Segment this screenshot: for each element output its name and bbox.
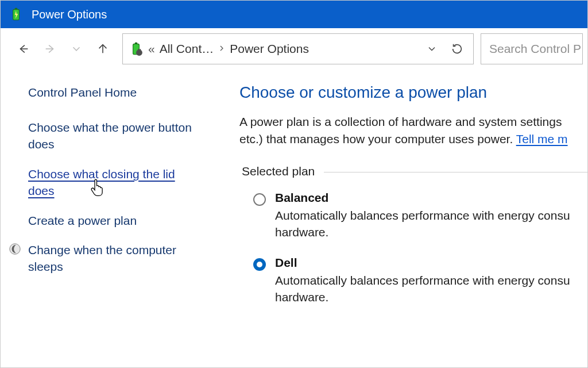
chevron-left-double-icon[interactable]: «: [148, 42, 155, 56]
section-label: Selected plan: [242, 164, 315, 178]
up-button[interactable]: [90, 36, 115, 62]
window-title: Power Options: [32, 8, 107, 21]
forward-button[interactable]: [37, 36, 63, 62]
content-area: Choose or customize a power plan A power…: [219, 70, 587, 367]
cursor-hand-icon: [90, 178, 105, 195]
sidebar-item-create-plan[interactable]: Create a power plan: [28, 212, 203, 229]
description-text: A power plan is a collection of hardware…: [239, 115, 562, 145]
plan-name: Dell: [275, 256, 587, 270]
moon-icon: [9, 243, 21, 255]
plan-option-balanced[interactable]: Balanced Automatically balances performa…: [239, 191, 587, 241]
sidebar: Control Panel Home Choose what the power…: [1, 70, 219, 367]
sidebar-link-label: Choose what the power button does: [28, 121, 192, 151]
svg-rect-3: [135, 43, 137, 44]
radio-checked-icon[interactable]: [253, 258, 266, 271]
titlebar: Power Options: [1, 1, 587, 28]
sidebar-item-closing-lid[interactable]: Choose what closing the lid does: [28, 166, 203, 200]
sidebar-item-power-button[interactable]: Choose what the power button does: [28, 119, 203, 153]
refresh-button[interactable]: [447, 43, 467, 55]
main-area: Control Panel Home Choose what the power…: [1, 70, 587, 367]
recent-dropdown-button[interactable]: [64, 36, 89, 62]
radio-unchecked-icon[interactable]: [253, 193, 266, 206]
section-divider: [324, 172, 587, 172]
battery-icon: [9, 7, 24, 22]
tell-me-more-link[interactable]: Tell me m: [516, 132, 568, 145]
search-placeholder: Search Control P: [489, 42, 581, 56]
nav-address-row: « All Cont… Power Options Search Control…: [1, 28, 587, 70]
sidebar-link-label: Create a power plan: [28, 214, 137, 227]
svg-rect-5: [138, 49, 139, 51]
back-button[interactable]: [11, 36, 36, 62]
sidebar-link-label: Change when the computer sleeps: [28, 243, 176, 273]
svg-rect-1: [15, 8, 17, 10]
plan-option-dell[interactable]: Dell Automatically balances performance …: [239, 256, 587, 306]
address-dropdown-button[interactable]: [421, 43, 442, 55]
breadcrumb-segment-all-control[interactable]: All Cont…: [160, 42, 214, 56]
address-bar[interactable]: « All Cont… Power Options: [122, 33, 474, 64]
selected-plan-section: Selected plan: [239, 164, 587, 178]
plan-description: Automatically balances performance with …: [275, 272, 587, 306]
breadcrumb-segment-power-options[interactable]: Power Options: [230, 42, 309, 56]
battery-plug-icon: [129, 41, 144, 56]
page-description: A power plan is a collection of hardware…: [239, 113, 587, 148]
svg-point-4: [136, 49, 142, 56]
control-panel-home-link[interactable]: Control Panel Home: [28, 86, 203, 99]
plan-name: Balanced: [275, 191, 587, 205]
page-heading: Choose or customize a power plan: [239, 83, 587, 102]
search-input[interactable]: Search Control P: [481, 33, 583, 64]
chevron-right-icon[interactable]: [218, 42, 225, 56]
svg-rect-6: [140, 49, 141, 51]
plan-description: Automatically balances performance with …: [275, 207, 587, 241]
sidebar-link-label: Choose what closing the lid does: [28, 167, 175, 197]
sidebar-item-computer-sleeps[interactable]: Change when the computer sleeps: [28, 241, 203, 275]
